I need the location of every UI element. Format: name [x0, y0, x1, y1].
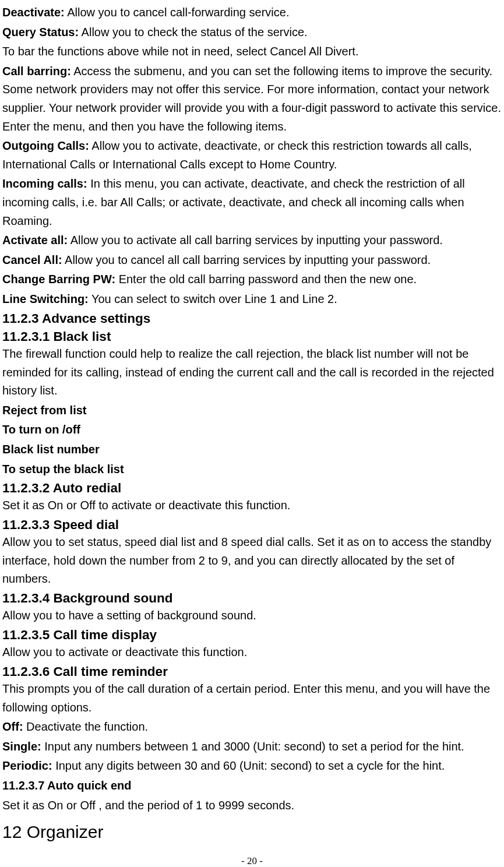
heading-call-time-display: 11.2.3.5 Call time display	[2, 626, 502, 643]
text: Enter the old call barring password and …	[115, 273, 417, 286]
p-call-time-display: Allow you to activate or deactivate this…	[2, 643, 502, 662]
text: Allow you to cancel all call barring ser…	[62, 253, 431, 266]
p-query-status: Query Status: Allow you to check the sta…	[2, 23, 502, 42]
heading-black-list: 11.2.3.1 Black list	[2, 328, 502, 345]
label: Outgoing Calls:	[2, 139, 89, 152]
p-outgoing-calls: Outgoing Calls: Allow you to activate, d…	[2, 137, 502, 174]
bl-reject-from-list: Reject from list	[2, 401, 502, 420]
p-speed-dial: Allow you to set status, speed dial list…	[2, 533, 502, 588]
bl-black-list-number: Black list number	[2, 440, 502, 459]
label: Change Barring PW:	[2, 273, 115, 286]
bl-setup-black-list: To setup the black list	[2, 460, 502, 479]
text: Access the submenu, and you can set the …	[2, 65, 501, 133]
p-incoming-calls: Incoming calls: In this menu, you can ac…	[2, 175, 502, 230]
text: You can select to switch over Line 1 and…	[89, 292, 337, 305]
p-blacklist-desc: The firewall function could help to real…	[2, 345, 502, 400]
label: Off:	[2, 720, 23, 733]
page-number: - 20 -	[2, 854, 502, 867]
heading-auto-quick-end: 11.2.3.7 Auto quick end	[2, 777, 502, 795]
label: Call barring:	[2, 65, 71, 77]
label: Single:	[2, 740, 41, 753]
p-background-sound: Allow you to have a setting of backgroun…	[2, 607, 502, 625]
p-activate-all: Activate all: Allow you to activate all …	[2, 231, 502, 250]
text: To bar the functions above while not in …	[2, 45, 358, 58]
heading-organizer: 12 Organizer	[2, 820, 502, 843]
label: Deactivate:	[2, 6, 65, 19]
p-cancel-all: Cancel All: Allow you to cancel all call…	[2, 251, 502, 270]
heading-call-time-reminder: 11.2.3.6 Call time reminder	[2, 663, 502, 680]
label: Line Switching:	[2, 292, 89, 305]
heading-speed-dial: 11.2.3.3 Speed dial	[2, 516, 502, 533]
p-ctr-periodic: Periodic: Input any digits between 30 an…	[2, 757, 502, 776]
p-call-time-reminder: This prompts you of the call duration of…	[2, 680, 502, 717]
text: Input any numbers between 1 and 3000 (Un…	[41, 740, 464, 753]
p-deactivate: Deactivate: Allow you to cancel call-for…	[2, 3, 502, 22]
label: Activate all:	[2, 234, 68, 246]
label: Cancel All:	[2, 253, 62, 266]
text: Input any digits between 30 and 60 (Unit…	[52, 759, 445, 772]
p-auto-quick-end: Set it as On or Off , and the period of …	[2, 796, 502, 815]
heading-background-sound: 11.2.3.4 Background sound	[2, 590, 502, 607]
label: Periodic:	[2, 759, 52, 772]
text: Allow you to cancel call-forwarding serv…	[65, 6, 290, 19]
label: Query Status:	[2, 26, 79, 38]
text: Deactivate the function.	[23, 720, 149, 733]
text: Allow you to check the status of the ser…	[79, 26, 307, 38]
p-ctr-off: Off: Deactivate the function.	[2, 718, 502, 736]
p-auto-redial: Set it as On or Off to activate or deact…	[2, 496, 502, 515]
p-cancel-all-divert: To bar the functions above while not in …	[2, 43, 502, 61]
p-ctr-single: Single: Input any numbers between 1 and …	[2, 738, 502, 756]
bl-turn-on-off: To turn on /off	[2, 421, 502, 439]
heading-auto-redial: 11.2.3.2 Auto redial	[2, 480, 502, 496]
p-call-barring: Call barring: Access the submenu, and yo…	[2, 62, 502, 136]
p-line-switching: Line Switching: You can select to switch…	[2, 290, 502, 309]
text: Allow you to activate all call barring s…	[68, 234, 443, 246]
p-change-barring-pw: Change Barring PW: Enter the old call ba…	[2, 270, 502, 289]
heading-advance-settings: 11.2.3 Advance settings	[2, 310, 502, 327]
label: Incoming calls:	[2, 177, 87, 190]
